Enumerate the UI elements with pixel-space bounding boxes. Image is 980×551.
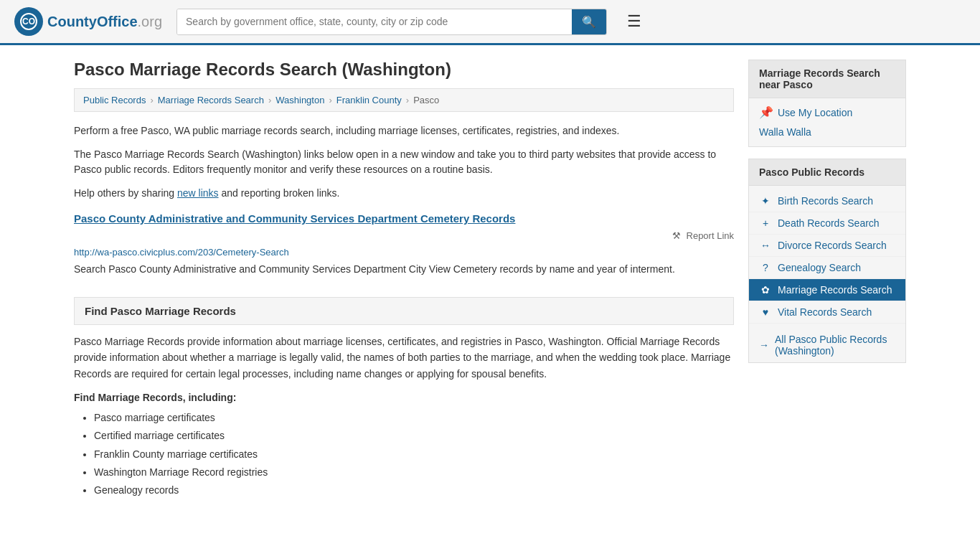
description-2: The Pasco Marriage Records Search (Washi… bbox=[74, 147, 734, 177]
sidebar-item-birth-label: Birth Records Search bbox=[778, 195, 873, 207]
sidebar-item-vital-records[interactable]: ♥ Vital Records Search bbox=[749, 301, 905, 324]
list-item: Pasco marriage certificates bbox=[94, 409, 734, 427]
page-title: Pasco Marriage Records Search (Washingto… bbox=[74, 60, 734, 80]
location-pin-icon: 📌 bbox=[759, 105, 773, 119]
list-item: Genealogy records bbox=[94, 481, 734, 499]
sidebar-item-death-label: Death Records Search bbox=[778, 217, 880, 229]
divorce-icon: ↔ bbox=[759, 240, 772, 251]
search-icon: 🔍 bbox=[582, 16, 596, 28]
description-1: Perform a free Pasco, WA public marriage… bbox=[74, 123, 734, 138]
sidebar-all-records-link[interactable]: → All Pasco Public Records (Washington) bbox=[749, 328, 905, 362]
record-url-link[interactable]: http://wa-pasco.civicplus.com/203/Cemete… bbox=[74, 247, 734, 258]
sidebar-item-marriage-label: Marriage Records Search bbox=[778, 284, 892, 296]
sidebar-public-records: Pasco Public Records ✦ Birth Records Sea… bbox=[748, 159, 906, 363]
genealogy-icon: ? bbox=[759, 262, 772, 273]
death-icon: + bbox=[759, 217, 772, 229]
breadcrumb-sep-4: › bbox=[406, 95, 409, 105]
arrow-icon: → bbox=[759, 339, 769, 351]
search-input[interactable] bbox=[177, 9, 572, 34]
sidebar-location-header: Marriage Records Search near Pasco bbox=[749, 60, 905, 98]
find-section-title: Find Pasco Marriage Records bbox=[85, 305, 723, 317]
breadcrumb-pasco: Pasco bbox=[413, 95, 439, 105]
sidebar-location-section: Marriage Records Search near Pasco 📌 Use… bbox=[748, 60, 906, 147]
sidebar: Marriage Records Search near Pasco 📌 Use… bbox=[748, 60, 906, 499]
breadcrumb: Public Records › Marriage Records Search… bbox=[74, 88, 734, 112]
sidebar-item-divorce-records[interactable]: ↔ Divorce Records Search bbox=[749, 235, 905, 257]
find-list-title: Find Marriage Records, including: bbox=[74, 392, 734, 403]
list-item: Franklin County marriage certificates bbox=[94, 446, 734, 463]
sidebar-records-nav: ✦ Birth Records Search + Death Records S… bbox=[749, 186, 905, 328]
report-link-row: ⚒ Report Link bbox=[74, 230, 734, 241]
report-link[interactable]: Report Link bbox=[687, 230, 734, 241]
sidebar-item-death-records[interactable]: + Death Records Search bbox=[749, 212, 905, 235]
logo-text: CountyOffice.org bbox=[47, 14, 162, 30]
record-description: Search Pasco County Administrative and C… bbox=[74, 262, 734, 277]
search-bar: 🔍 bbox=[176, 9, 607, 35]
svg-text:CO: CO bbox=[22, 17, 35, 27]
sidebar-item-marriage-records[interactable]: ✿ Marriage Records Search bbox=[749, 279, 905, 301]
find-section-body: Pasco Marriage Records provide informati… bbox=[74, 334, 734, 382]
use-my-location-button[interactable]: 📌 Use My Location bbox=[759, 105, 852, 119]
new-links-link[interactable]: new links bbox=[177, 187, 219, 199]
record-title-link[interactable]: Pasco County Administrative and Communit… bbox=[74, 212, 734, 225]
sidebar-all-label: All Pasco Public Records (Washington) bbox=[775, 334, 895, 357]
sidebar-item-divorce-label: Divorce Records Search bbox=[778, 240, 887, 251]
hamburger-icon: ☰ bbox=[627, 12, 641, 30]
sidebar-nearby-walla-walla[interactable]: Walla Walla bbox=[759, 125, 895, 139]
description-3: Help others by sharing new links and rep… bbox=[74, 186, 734, 201]
list-item: Certified marriage certificates bbox=[94, 427, 734, 445]
menu-button[interactable]: ☰ bbox=[621, 9, 647, 34]
record-block: Pasco County Administrative and Communit… bbox=[74, 212, 734, 283]
breadcrumb-sep-2: › bbox=[268, 95, 271, 105]
list-item: Washington Marriage Record registries bbox=[94, 463, 734, 481]
sidebar-item-genealogy-label: Genealogy Search bbox=[778, 262, 861, 273]
sidebar-records-header: Pasco Public Records bbox=[749, 159, 905, 186]
site-logo[interactable]: CO CountyOffice.org bbox=[14, 7, 162, 36]
report-icon: ⚒ bbox=[672, 230, 681, 241]
breadcrumb-washington[interactable]: Washington bbox=[275, 95, 324, 105]
find-list: Pasco marriage certificates Certified ma… bbox=[74, 409, 734, 499]
breadcrumb-marriage-records[interactable]: Marriage Records Search bbox=[158, 95, 264, 105]
breadcrumb-sep-3: › bbox=[329, 95, 331, 105]
breadcrumb-public-records[interactable]: Public Records bbox=[83, 95, 146, 105]
vital-icon: ♥ bbox=[759, 306, 772, 318]
search-button[interactable]: 🔍 bbox=[572, 9, 606, 34]
sidebar-item-vital-label: Vital Records Search bbox=[778, 306, 872, 318]
breadcrumb-sep-1: › bbox=[150, 95, 153, 105]
find-section-header: Find Pasco Marriage Records bbox=[74, 297, 734, 325]
sidebar-item-genealogy[interactable]: ? Genealogy Search bbox=[749, 257, 905, 279]
sidebar-item-birth-records[interactable]: ✦ Birth Records Search bbox=[749, 190, 905, 212]
breadcrumb-franklin-county[interactable]: Franklin County bbox=[336, 95, 402, 105]
marriage-icon: ✿ bbox=[759, 284, 772, 296]
birth-icon: ✦ bbox=[759, 195, 772, 207]
logo-icon: CO bbox=[14, 7, 43, 36]
